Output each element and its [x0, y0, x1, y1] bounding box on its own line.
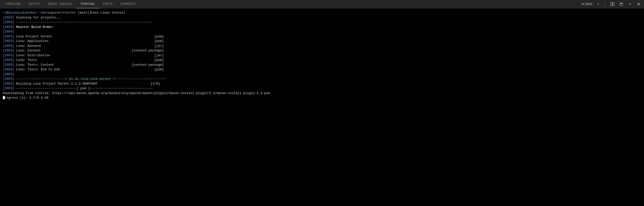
svg-rect-1 — [613, 2, 614, 6]
prompt-path: /workspaces/starter — [40, 10, 76, 15]
prompt-line: ○ @michalcukierman → /workspaces/starter… — [3, 10, 641, 15]
terminal-line: [INFO] Luna: Tests [pom] — [3, 58, 641, 62]
prompt-command: mvn clean install — [93, 10, 125, 15]
terminal-line: [INFO] Luna: Content [content-package] — [3, 48, 641, 53]
terminal-line: [INFO] Luna: Tests: End to end [pom] — [3, 67, 641, 72]
tab-debug-console[interactable]: DEBUG CONSOLE — [44, 0, 76, 8]
split-icon — [610, 2, 614, 6]
terminal-line: [INFO] Luna: Distribution [jar] — [3, 53, 641, 58]
terminal-line: [INFO] Luna: Application [pom] — [3, 39, 641, 44]
prompt-branch: (main) — [76, 10, 89, 15]
prompt-arrow: → — [37, 10, 39, 15]
chevron-down-icon[interactable]: ⌄ — [602, 2, 607, 6]
trash-icon — [619, 2, 623, 6]
terminal-line: [INFO] ---------------------------------… — [3, 20, 641, 25]
terminal-line: [INFO] Reactor Build Order: — [3, 25, 641, 29]
prompt-user: @michalcukierman — [6, 10, 36, 15]
prompt-circle: ○ — [3, 10, 5, 15]
tab-ports[interactable]: PORTS — [99, 0, 116, 8]
terminal-label: ► java — [580, 2, 594, 6]
terminal-line: █rogress (1): 2.7/6.4 kB — [3, 95, 641, 100]
tab-terminal[interactable]: TERMINAL — [76, 0, 99, 8]
split-terminal-button[interactable] — [609, 2, 616, 6]
svg-rect-2 — [620, 3, 623, 5]
add-terminal-button[interactable]: + — [596, 2, 600, 6]
close-icon — [637, 2, 640, 6]
maximize-panel-button[interactable] — [626, 2, 633, 6]
tab-output[interactable]: OUTPUT — [25, 0, 44, 8]
kill-terminal-button[interactable] — [618, 2, 624, 6]
tab-bar-right: ► java + ⌄ — [580, 2, 642, 6]
svg-rect-0 — [611, 2, 612, 6]
terminal-line: [INFO] --------------------------------[… — [3, 86, 641, 91]
tab-comments[interactable]: COMMENTS — [116, 0, 139, 8]
terminal-line: [INFO] --------------------------< pl.ds… — [3, 77, 641, 81]
tab-bar: PROBLEMS OUTPUT DEBUG CONSOLE TERMINAL P… — [0, 0, 644, 8]
terminal-line: [INFO] Luna: Backend [jar] — [3, 44, 641, 48]
terminal-icon: ► — [582, 3, 584, 5]
terminal-line: [INFO] Luna: Tests: Content [content-pac… — [3, 62, 641, 67]
terminal-line: [INFO] Scanning for projects... — [3, 15, 641, 20]
prompt-dollar: $ — [90, 10, 92, 15]
tab-bar-left: PROBLEMS OUTPUT DEBUG CONSOLE TERMINAL P… — [2, 0, 140, 8]
terminal-container[interactable]: ○ @michalcukierman → /workspaces/starter… — [0, 8, 644, 206]
terminal-name: java — [585, 2, 592, 6]
tab-problems[interactable]: PROBLEMS — [2, 0, 25, 8]
chevron-up-icon — [628, 2, 632, 6]
terminal-line: [INFO] — [3, 29, 641, 34]
terminal-line: [INFO] Luna Project Parent [pom] — [3, 34, 641, 39]
close-panel-button[interactable] — [635, 2, 642, 6]
terminal-line: [INFO] Building Luna Project Parent 2.1.… — [3, 81, 641, 86]
terminal-line: Downloading from central: https://repo.m… — [3, 91, 641, 96]
terminal-line: [INFO] — [3, 72, 641, 77]
